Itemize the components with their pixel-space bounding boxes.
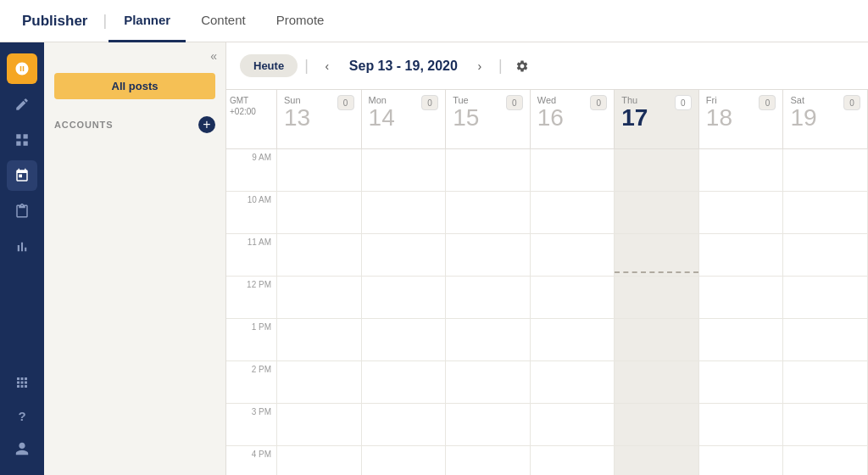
cal-cell-row0-col4[interactable] — [615, 149, 699, 192]
day-header-thu: Thu 17 0 — [615, 90, 699, 149]
cal-cell-row5-col6[interactable] — [783, 361, 868, 404]
cal-cell-row1-col0[interactable] — [277, 192, 362, 234]
cal-cell-row7-col2[interactable] — [446, 446, 531, 475]
cal-cell-row4-col0[interactable] — [277, 319, 362, 361]
accounts-section: ACCOUNTS + — [44, 103, 225, 140]
cal-cell-row6-col1[interactable] — [362, 404, 447, 446]
cal-cell-row4-col3[interactable] — [531, 319, 615, 361]
calendar-toolbar: Heute | ‹ Sep 13 - 19, 2020 › | — [226, 42, 868, 90]
add-account-button[interactable]: + — [198, 116, 215, 133]
prev-week-button[interactable]: ‹ — [315, 54, 339, 78]
cal-cell-row7-col1[interactable] — [362, 446, 447, 475]
collapse-button[interactable]: « — [210, 49, 217, 63]
day-badge: 0 — [759, 95, 776, 110]
cal-cell-row5-col1[interactable] — [362, 361, 447, 404]
cal-cell-row6-col2[interactable] — [446, 404, 531, 446]
next-week-button[interactable]: › — [468, 54, 492, 78]
cal-cell-row7-col6[interactable] — [783, 446, 868, 475]
day-badge: 0 — [506, 95, 523, 110]
cal-cell-row4-col2[interactable] — [446, 319, 531, 361]
cal-cell-row6-col5[interactable] — [699, 404, 784, 446]
time-label-2pm: 2 PM — [226, 361, 277, 404]
cal-cell-row2-col1[interactable] — [362, 234, 447, 277]
calendar-grid: GMT +02:00 Sun 13 0 Mon 14 0 Tue 15 0 We… — [226, 90, 868, 475]
cal-cell-row4-col6[interactable] — [783, 319, 868, 361]
cal-cell-row1-col6[interactable] — [783, 192, 868, 234]
cal-cell-row0-col0[interactable] — [277, 149, 362, 192]
cal-cell-row2-col6[interactable] — [783, 234, 868, 277]
sidebar-icon-apps[interactable] — [7, 367, 37, 398]
all-posts-button[interactable]: All posts — [54, 73, 215, 99]
cal-cell-row7-col5[interactable] — [699, 446, 784, 475]
gmt-cell: GMT +02:00 — [226, 90, 277, 149]
cal-cell-row0-col6[interactable] — [783, 149, 868, 192]
nav-item-content[interactable]: Content — [186, 0, 261, 42]
nav-item-promote[interactable]: Promote — [261, 0, 340, 42]
sidebar-icon-clipboard[interactable] — [7, 196, 37, 226]
cal-cell-row0-col5[interactable] — [699, 149, 784, 192]
publisher-logo-label: Publisher — [8, 13, 101, 30]
cal-cell-row1-col3[interactable] — [531, 192, 615, 234]
cal-cell-row3-col1[interactable] — [362, 277, 447, 319]
cal-cell-row0-col1[interactable] — [362, 149, 447, 192]
cal-cell-row6-col3[interactable] — [531, 404, 615, 446]
cal-cell-row6-col4[interactable] — [615, 404, 699, 446]
day-badge: 0 — [843, 95, 860, 110]
cal-cell-row4-col1[interactable] — [362, 319, 447, 361]
cal-cell-row1-col4[interactable] — [615, 192, 699, 234]
cal-cell-row2-col5[interactable] — [699, 234, 784, 277]
cal-cell-row5-col0[interactable] — [277, 361, 362, 404]
sidebar-icon-calendar[interactable] — [7, 160, 37, 191]
day-number-wed: 16 — [537, 105, 564, 131]
panel-collapse-area: « — [44, 42, 225, 70]
today-button[interactable]: Heute — [240, 54, 298, 77]
sidebar-icon-edit[interactable] — [7, 89, 37, 120]
cal-cell-row3-col6[interactable] — [783, 277, 868, 319]
cal-cell-row2-col0[interactable] — [277, 234, 362, 277]
cal-cell-row2-col2[interactable] — [446, 234, 531, 277]
cal-cell-row5-col3[interactable] — [531, 361, 615, 404]
toolbar-divider-2: | — [498, 57, 503, 75]
settings-button[interactable] — [509, 53, 535, 79]
nav-item-planner[interactable]: Planner — [108, 0, 186, 42]
cal-cell-row5-col4[interactable] — [615, 361, 699, 404]
cal-cell-row1-col2[interactable] — [446, 192, 531, 234]
day-number-sat: 19 — [790, 105, 816, 131]
day-header-mon: Mon 14 0 — [362, 90, 447, 149]
sidebar-icon-trophy[interactable] — [7, 53, 37, 84]
cal-cell-row7-col4[interactable] — [615, 446, 699, 475]
sidebar-icon-grid[interactable] — [7, 125, 37, 155]
left-sidebar: ? — [0, 42, 44, 475]
cal-cell-row1-col1[interactable] — [362, 192, 447, 234]
cal-cell-row3-col2[interactable] — [446, 277, 531, 319]
cal-cell-row5-col5[interactable] — [699, 361, 784, 404]
cal-cell-row7-col0[interactable] — [277, 446, 362, 475]
sidebar-icon-chart[interactable] — [7, 232, 37, 262]
accounts-label: ACCOUNTS — [54, 120, 113, 130]
day-badge: 0 — [590, 95, 607, 110]
calendar-grid-container[interactable]: GMT +02:00 Sun 13 0 Mon 14 0 Tue 15 0 We… — [226, 90, 868, 475]
day-header-tue: Tue 15 0 — [446, 90, 531, 149]
cal-cell-row6-col6[interactable] — [783, 404, 868, 446]
cal-cell-row4-col5[interactable] — [699, 319, 784, 361]
cal-cell-row3-col0[interactable] — [277, 277, 362, 319]
cal-cell-row3-col3[interactable] — [531, 277, 615, 319]
cal-cell-row3-col4[interactable] — [615, 277, 699, 319]
day-header-sat: Sat 19 0 — [783, 90, 868, 149]
cal-cell-row1-col5[interactable] — [699, 192, 784, 234]
cal-cell-row7-col3[interactable] — [531, 446, 615, 475]
cal-cell-row0-col3[interactable] — [531, 149, 615, 192]
cal-cell-row0-col2[interactable] — [446, 149, 531, 192]
time-label-3pm: 3 PM — [226, 404, 277, 446]
day-number-mon: 14 — [369, 105, 395, 131]
day-number-fri: 18 — [706, 105, 732, 131]
cal-cell-row4-col4[interactable] — [615, 319, 699, 361]
cal-cell-row6-col0[interactable] — [277, 404, 362, 446]
cal-cell-row5-col2[interactable] — [446, 361, 531, 404]
cal-cell-row2-col3[interactable] — [531, 234, 615, 277]
sidebar-icon-user[interactable] — [7, 433, 37, 464]
cal-cell-row3-col5[interactable] — [699, 277, 784, 319]
sidebar-icon-help[interactable]: ? — [7, 400, 37, 431]
cal-cell-row2-col4[interactable] — [615, 234, 699, 277]
day-header-sun: Sun 13 0 — [277, 90, 362, 149]
